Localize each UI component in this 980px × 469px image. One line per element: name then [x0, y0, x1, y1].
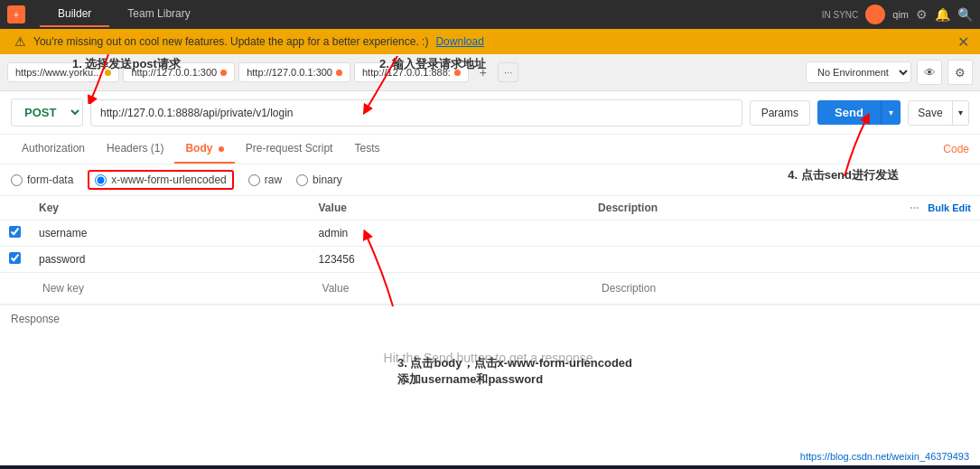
- save-dropdown[interactable]: ▾: [953, 100, 969, 126]
- tab-body-label: Body: [185, 142, 212, 155]
- new-desc-input[interactable]: [598, 278, 779, 298]
- code-link[interactable]: Code: [943, 143, 969, 155]
- main-area: https://www.yorku... http://127.0.0.1:30…: [0, 54, 980, 465]
- user-avatar: [865, 5, 885, 24]
- row2-desc: [589, 247, 869, 273]
- response-label: Response: [11, 313, 60, 325]
- col-desc: Description: [589, 196, 869, 220]
- table-row: password 123456: [0, 247, 980, 273]
- params-button[interactable]: Params: [750, 100, 810, 126]
- radio-form-data[interactable]: [11, 174, 23, 186]
- format-raw[interactable]: raw: [248, 174, 282, 186]
- format-form-data[interactable]: form-data: [11, 174, 73, 186]
- url-tab-4[interactable]: http://127.0.0.1:888:: [354, 62, 469, 82]
- url-tab-3-dot: [336, 70, 342, 76]
- format-binary[interactable]: binary: [296, 174, 342, 186]
- tab-headers[interactable]: Headers (1): [96, 135, 174, 164]
- new-key-input[interactable]: [39, 278, 219, 298]
- tab-builder[interactable]: Builder: [40, 2, 109, 27]
- bulk-edit-link[interactable]: Bulk Edit: [928, 202, 971, 213]
- tab-pre-request[interactable]: Pre-request Script: [235, 135, 344, 164]
- new-key-row: [0, 273, 980, 305]
- url-tab-1-dot: [105, 70, 111, 76]
- new-value-input[interactable]: [319, 278, 499, 298]
- top-bar: + Builder Team Library IN SYNC qim ⚙ 🔔 🔍: [0, 0, 980, 29]
- gear-button[interactable]: ⚙: [947, 60, 973, 85]
- url-tab-2-text: http://127.0.0.1:300: [131, 67, 217, 78]
- raw-label: raw: [265, 174, 282, 186]
- tab-body[interactable]: Body: [174, 135, 234, 164]
- urlencoded-label: x-www-form-urlencoded: [111, 174, 226, 186]
- url-tab-3[interactable]: http://127.0.0.1:300: [238, 62, 350, 82]
- download-link[interactable]: Download: [435, 35, 483, 48]
- method-select[interactable]: POST: [11, 98, 83, 127]
- row2-value: 123456: [310, 247, 590, 273]
- page-wrapper: + Builder Team Library IN SYNC qim ⚙ 🔔 🔍…: [0, 0, 980, 469]
- col-value: Value: [310, 196, 590, 220]
- row2-key: password: [30, 247, 310, 273]
- more-tabs-button[interactable]: ···: [498, 62, 518, 82]
- format-row: form-data x-www-form-urlencoded raw bina…: [0, 164, 980, 196]
- url-tab-2[interactable]: http://127.0.0.1:300: [123, 62, 235, 82]
- body-dot: [219, 146, 224, 152]
- tab-team-library[interactable]: Team Library: [109, 2, 208, 27]
- notification-close[interactable]: ✕: [957, 33, 969, 51]
- url-tab-4-text: http://127.0.0.1:888:: [362, 67, 451, 78]
- search-icon[interactable]: 🔍: [957, 7, 973, 22]
- eye-button[interactable]: 👁: [917, 60, 942, 85]
- col-check: [0, 196, 30, 220]
- username-label: qim: [892, 9, 909, 20]
- csdn-link[interactable]: https://blog.csdn.net/weixin_46379493: [800, 451, 969, 462]
- warning-icon: ⚠: [14, 34, 26, 49]
- url-tab-1[interactable]: https://www.yorku...: [7, 62, 119, 82]
- col-actions: ··· Bulk Edit: [869, 196, 980, 220]
- save-button[interactable]: Save: [908, 100, 953, 126]
- bell-icon[interactable]: 🔔: [935, 7, 950, 22]
- row1-checkbox[interactable]: [9, 226, 21, 238]
- send-dropdown[interactable]: ▾: [881, 100, 901, 125]
- tab-authorization[interactable]: Authorization: [11, 135, 96, 164]
- env-select[interactable]: No Environment: [806, 61, 911, 83]
- radio-binary[interactable]: [296, 174, 308, 186]
- row1-desc: [589, 220, 869, 247]
- hit-send-message: Hit the Send button to get a response.: [0, 333, 980, 383]
- url-tab-2-dot: [220, 70, 227, 76]
- row1-key: username: [30, 220, 310, 247]
- format-urlencoded[interactable]: x-www-form-urlencoded: [88, 170, 233, 190]
- send-button[interactable]: Send: [817, 100, 881, 125]
- tab-tests[interactable]: Tests: [343, 135, 390, 164]
- notification-text: You're missing out on cool new features.…: [33, 35, 428, 48]
- url-input[interactable]: [90, 99, 742, 127]
- app-icon: +: [7, 5, 25, 23]
- sub-tabs: Authorization Headers (1) Body Pre-reque…: [0, 135, 980, 164]
- three-dots-icon[interactable]: ···: [910, 202, 919, 214]
- radio-urlencoded[interactable]: [95, 174, 107, 186]
- response-area: Response: [0, 305, 980, 333]
- kv-table: Key Value Description ··· Bulk Edit user…: [0, 196, 980, 305]
- kv-table-container: Key Value Description ··· Bulk Edit user…: [0, 196, 980, 465]
- save-group: Save ▾: [908, 100, 969, 126]
- top-bar-right: IN SYNC qim ⚙ 🔔 🔍: [822, 5, 973, 24]
- in-sync-label: IN SYNC: [822, 10, 859, 20]
- url-tab-4-dot: [454, 70, 461, 76]
- env-row: No Environment 👁 ⚙: [806, 60, 973, 85]
- request-row: POST Params Send ▾ Save ▾: [0, 91, 980, 135]
- url-tab-1-text: https://www.yorku...: [15, 67, 101, 78]
- tabs-row: https://www.yorku... http://127.0.0.1:30…: [0, 54, 980, 91]
- send-group: Send ▾: [817, 100, 901, 125]
- notification-bar: ⚠ You're missing out on cool new feature…: [0, 29, 980, 54]
- col-key: Key: [30, 196, 310, 220]
- url-tab-3-text: http://127.0.0.1:300: [247, 67, 332, 78]
- row1-value: admin: [310, 220, 590, 247]
- form-data-label: form-data: [27, 174, 73, 186]
- settings-icon[interactable]: ⚙: [916, 7, 928, 22]
- radio-raw[interactable]: [248, 174, 260, 186]
- table-row: username admin: [0, 220, 980, 247]
- add-tab-button[interactable]: +: [472, 61, 494, 83]
- top-bar-tabs: Builder Team Library: [40, 2, 209, 27]
- row2-checkbox[interactable]: [9, 252, 21, 264]
- binary-label: binary: [313, 174, 342, 186]
